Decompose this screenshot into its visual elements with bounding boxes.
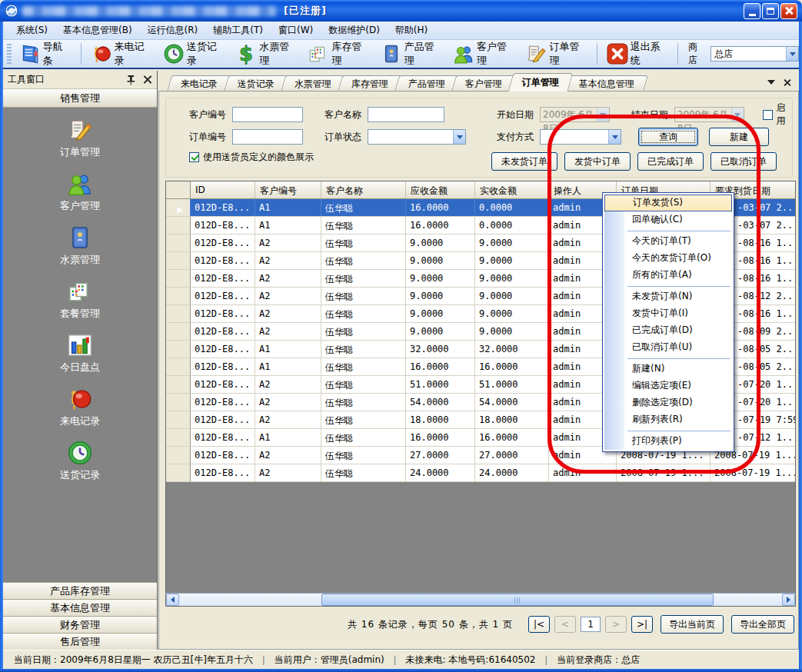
table-cell[interactable]: 伍华聪 [321,235,406,251]
table-cell[interactable]: 9.0000 [406,252,475,269]
table-cell[interactable]: 012D-E8... [191,217,255,234]
sidebar-group-sales[interactable]: 销售管理 [3,89,157,108]
context-menu-item-13[interactable]: 编辑选定项(E) [604,378,732,394]
scroll-right-icon[interactable] [782,594,795,606]
row-selector-cell[interactable] [166,411,191,428]
end-date-picker[interactable]: 2009年 6月 8日 [674,107,744,122]
table-cell[interactable]: 012D-E8... [191,288,255,304]
table-cell[interactable]: 0.0000 [475,199,549,216]
context-menu-item-1[interactable]: 回单确认(C) [604,211,732,228]
table-cell[interactable]: 伍华聪 [321,464,406,481]
table-cell[interactable]: A2 [255,411,321,428]
context-menu-item-0[interactable]: 订单发货(S) [604,195,732,211]
table-cell[interactable]: 伍华聪 [321,288,406,304]
menu-item-3[interactable]: 辅助工具(T) [206,22,270,39]
table-cell[interactable]: 9.0000 [475,270,549,287]
sidebar-item-6[interactable]: 送货记录 [26,440,134,482]
context-menu-item-12[interactable]: 新建(N) [604,361,732,378]
table-cell[interactable]: 012D-E8... [191,235,255,251]
maximize-button[interactable] [762,3,779,19]
table-cell[interactable]: 9.0000 [475,252,549,269]
table-cell[interactable]: 9.0000 [406,288,475,304]
table-cell[interactable]: 32.0000 [475,341,549,358]
column-header-3[interactable]: 应收金额 [406,181,475,198]
context-menu-item-4[interactable]: 今天的发货订单(O) [604,250,732,267]
table-cell[interactable]: 012D-E8... [191,464,255,481]
new-button[interactable]: 新建 [709,128,769,146]
column-header-1[interactable]: 客户编号 [255,181,321,198]
row-selector-cell[interactable] [166,358,191,375]
table-cell[interactable]: 012D-E8... [191,358,255,375]
row-selector-cell[interactable] [166,394,191,411]
context-menu-item-5[interactable]: 所有的订单(A) [604,267,732,284]
tab-close-icon[interactable] [783,78,791,87]
table-cell[interactable]: 51.0000 [406,376,475,393]
table-cell[interactable]: 18.0000 [475,411,549,428]
status-filter-button-3[interactable]: 已取消订单 [710,152,777,171]
chevron-down-icon[interactable] [608,130,621,144]
export-current-page-button[interactable]: 导出当前页 [661,615,724,634]
table-cell[interactable]: 9.0000 [475,235,549,251]
table-cell[interactable]: 伍华聪 [321,429,406,446]
row-selector-cell[interactable] [166,464,191,481]
tab-5[interactable]: 客户管理 [451,75,516,91]
sidebar-item-1[interactable]: 客户管理 [26,171,134,213]
column-header-2[interactable]: 客户名称 [321,181,406,198]
table-cell[interactable]: 9.0000 [475,305,549,322]
scroll-left-icon[interactable] [166,594,179,606]
table-cell[interactable]: 27.0000 [475,447,549,464]
chevron-down-icon[interactable] [731,108,744,121]
row-selector-cell[interactable] [166,288,191,304]
toolbar-button-clock[interactable]: 送货记录 [158,42,230,66]
pin-icon[interactable] [125,75,136,85]
order-no-input[interactable] [232,129,303,145]
tab-1[interactable]: 送货记录 [224,75,288,91]
table-cell[interactable]: 9.0000 [475,288,549,304]
table-cell[interactable]: 伍华聪 [321,270,406,287]
minimize-button[interactable] [744,3,760,19]
tool-window-close-icon[interactable] [142,75,152,85]
menu-item-1[interactable]: 基本信息管理(B) [56,22,139,39]
table-cell[interactable]: 32.0000 [406,341,475,358]
tab-6[interactable]: 订单管理 [508,73,574,91]
context-menu-item-9[interactable]: 已完成订单(D) [604,322,732,339]
table-cell[interactable]: 伍华聪 [321,358,406,375]
start-date-picker[interactable]: 2009年 6月 8日 [540,107,610,122]
table-cell[interactable]: 16.0000 [406,199,475,216]
menu-item-4[interactable]: 窗口(W) [271,22,320,39]
table-cell[interactable]: 012D-E8... [191,323,255,340]
tab-7[interactable]: 基本信息管理 [565,75,648,91]
table-cell[interactable]: 伍华聪 [321,252,406,269]
row-selector-cell[interactable] [166,341,191,358]
color-display-checkbox[interactable] [189,152,199,162]
order-status-combo[interactable] [368,129,466,145]
table-cell[interactable]: 9.0000 [406,270,475,287]
table-cell[interactable]: 伍华聪 [321,376,406,393]
context-menu-item-7[interactable]: 未发货订单(N) [604,288,732,305]
table-cell[interactable]: A2 [255,305,321,322]
table-cell[interactable]: 16.0000 [475,429,549,446]
table-cell[interactable]: 54.0000 [475,394,549,411]
context-menu-item-14[interactable]: 删除选定项(D) [604,394,732,411]
menu-item-2[interactable]: 运行信息(R) [141,22,205,39]
customer-name-input[interactable] [368,107,444,122]
table-cell[interactable]: 伍华聪 [321,199,406,216]
row-selector-cell[interactable] [166,217,191,234]
table-cell[interactable]: A2 [255,376,321,393]
table-cell[interactable]: 2008-07-19 1... [710,464,796,481]
table-cell[interactable]: A2 [255,394,321,411]
status-filter-button-2[interactable]: 已完成订单 [637,152,704,171]
context-menu-item-3[interactable]: 今天的订单(T) [604,233,732,250]
close-button[interactable] [780,3,797,19]
next-page-button[interactable]: > [605,616,627,633]
table-cell[interactable]: 54.0000 [406,394,475,411]
menu-item-0[interactable]: 系统(S) [9,22,55,39]
table-cell[interactable]: 16.0000 [475,358,549,375]
toolbar-button-order-scroll[interactable]: 订单管理 [520,42,592,66]
last-page-button[interactable]: >| [631,616,653,633]
sidebar-group-2[interactable]: 财务管理 [3,616,157,633]
tab-4[interactable]: 产品管理 [394,75,459,91]
table-cell[interactable]: 012D-E8... [191,199,255,216]
table-cell[interactable]: A2 [255,447,321,464]
table-cell[interactable]: 伍华聪 [321,217,406,234]
